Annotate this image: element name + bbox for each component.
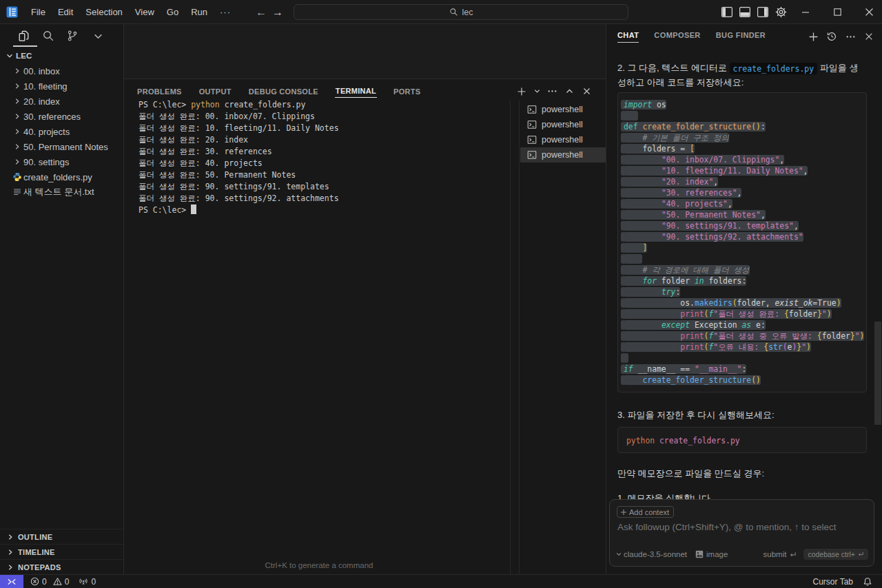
terminal-icon bbox=[527, 105, 537, 114]
panel-tab-terminal[interactable]: TERMINAL bbox=[335, 85, 377, 98]
code-token: if bbox=[624, 364, 633, 374]
terminal-session[interactable]: powershell bbox=[520, 117, 606, 132]
code-token: ) bbox=[837, 298, 841, 308]
chat-more-actions-icon[interactable] bbox=[844, 30, 857, 43]
toggle-panel-button[interactable] bbox=[736, 3, 754, 21]
menu-go[interactable]: Go bbox=[161, 4, 185, 21]
chevron-right-icon bbox=[6, 563, 15, 572]
code-token bbox=[624, 353, 628, 363]
add-context-button[interactable]: Add context bbox=[617, 506, 674, 518]
terminal-session-label: powershell bbox=[542, 150, 583, 160]
code-token: } bbox=[817, 309, 822, 319]
chat-scrollbar[interactable] bbox=[874, 322, 881, 425]
settings-gear-icon[interactable] bbox=[772, 3, 790, 21]
tree-item[interactable]: 40. projects bbox=[0, 124, 123, 139]
code-token bbox=[624, 320, 662, 330]
tree-item[interactable]: 10. fleeting bbox=[0, 78, 123, 94]
toggle-left-sidebar-button[interactable] bbox=[718, 3, 736, 21]
terminal-session[interactable]: powershell bbox=[520, 147, 606, 162]
code-token bbox=[624, 243, 642, 253]
cursor-tab-status[interactable]: Cursor Tab bbox=[813, 577, 853, 587]
menu-run[interactable]: Run bbox=[185, 4, 214, 21]
code-line: "00. inbox/07. Clippings", bbox=[624, 154, 866, 165]
panel-more-actions-icon[interactable] bbox=[545, 85, 559, 98]
toggle-right-sidebar-button[interactable] bbox=[754, 3, 772, 21]
menu-file[interactable]: File bbox=[25, 4, 52, 21]
tree-item[interactable]: 20. index bbox=[0, 94, 123, 109]
model-selector[interactable]: claude-3.5-sonnet bbox=[615, 550, 687, 558]
maximize-button[interactable] bbox=[827, 0, 848, 24]
panel-tab-ports[interactable]: PORTS bbox=[393, 85, 421, 98]
explorer-icon[interactable] bbox=[15, 28, 32, 44]
code-line: create_folder_structure() bbox=[624, 375, 866, 386]
terminal-line: 폴더 생성 완료: 30. references bbox=[139, 146, 504, 158]
panel-tab-output[interactable]: OUTPUT bbox=[198, 85, 232, 98]
command-center-search[interactable]: lec bbox=[294, 4, 628, 20]
chat-input-toolbar: claude-3.5-sonnet image submit codebase … bbox=[615, 548, 868, 560]
chat-code-block-shell[interactable]: python create_folders.py bbox=[617, 427, 867, 453]
bell-icon[interactable] bbox=[863, 577, 872, 587]
chat-code-block-python[interactable]: import os def create_folder_structure():… bbox=[617, 92, 867, 392]
maximize-panel-chevron-icon[interactable] bbox=[562, 85, 576, 98]
code-token: [ bbox=[690, 144, 695, 154]
codebase-button[interactable]: codebase ctrl+ bbox=[803, 549, 868, 560]
chat-tab-bug-finder[interactable]: BUG FINDER bbox=[716, 30, 766, 42]
panel-tab-debug-console[interactable]: DEBUG CONSOLE bbox=[248, 85, 319, 98]
terminal-output[interactable]: PS C:\lec> python create_folders.py폴더 생성… bbox=[139, 99, 504, 216]
menu-more[interactable]: ··· bbox=[214, 4, 237, 21]
panel-tab-problems[interactable]: PROBLEMS bbox=[136, 85, 183, 98]
chat-input-box[interactable]: Add context Ask followup (Ctrl+Shift+Y),… bbox=[609, 499, 874, 567]
new-terminal-button[interactable] bbox=[515, 85, 529, 98]
new-chat-button[interactable] bbox=[807, 30, 819, 43]
terminal-line: 폴더 생성 완료: 10. fleeting/11. Daily Notes bbox=[139, 123, 504, 134]
selection-highlight: "00. inbox/07. Clippings", bbox=[624, 155, 784, 165]
tree-item-label: 새 텍스트 문서.txt bbox=[23, 186, 94, 198]
nav-back-button[interactable]: ← bbox=[254, 5, 269, 20]
tree-root-row[interactable]: LEC bbox=[0, 48, 123, 63]
sidebar-section-label: OUTLINE bbox=[18, 533, 52, 541]
close-window-button[interactable] bbox=[859, 0, 879, 24]
sidebar-section-notepads[interactable]: NOTEPADS bbox=[0, 559, 123, 574]
terminal-prompt: PS C:\lec> bbox=[139, 100, 191, 109]
search-view-icon[interactable] bbox=[40, 28, 57, 44]
code-token: folders: bbox=[704, 276, 747, 286]
terminal-session[interactable]: powershell bbox=[520, 132, 606, 147]
selection-highlight: try: bbox=[624, 287, 680, 297]
terminal-session[interactable]: powershell bbox=[520, 102, 606, 117]
close-chat-icon[interactable] bbox=[863, 30, 875, 43]
problems-status[interactable]: 0 0 bbox=[30, 577, 69, 587]
menu-view[interactable]: View bbox=[129, 4, 161, 21]
tree-item[interactable]: 90. settings bbox=[0, 154, 123, 169]
menu-edit[interactable]: Edit bbox=[52, 4, 79, 21]
more-views-chevron-icon[interactable] bbox=[90, 28, 106, 44]
chat-paragraph-3: 만약 메모장으로 파일을 만드실 경우: bbox=[617, 467, 859, 481]
tree-item[interactable]: 새 텍스트 문서.txt bbox=[0, 185, 123, 200]
tree-item[interactable]: 50. Permanent Notes bbox=[0, 139, 123, 154]
submit-button[interactable]: submit bbox=[763, 550, 797, 558]
remote-indicator[interactable] bbox=[0, 575, 23, 588]
close-panel-icon[interactable] bbox=[580, 85, 593, 98]
tree-item-label: 90. settings bbox=[23, 157, 70, 167]
chat-tab-chat[interactable]: CHAT bbox=[617, 30, 639, 43]
sidebar-section-outline[interactable]: OUTLINE bbox=[0, 529, 123, 544]
chat-history-icon[interactable] bbox=[825, 30, 838, 43]
code-token: "폴더 생성 중 오류 발생: bbox=[713, 331, 817, 341]
selection-highlight: print(f"오류 내용: {str(e)}") bbox=[624, 342, 811, 352]
terminal-dropdown-chevron-icon[interactable] bbox=[532, 85, 542, 98]
code-line: print(f"오류 내용: {str(e)}") bbox=[624, 342, 866, 353]
tree-item[interactable]: 30. references bbox=[0, 109, 123, 124]
attach-image-button[interactable]: image bbox=[695, 550, 728, 558]
ports-status[interactable]: 0 bbox=[79, 577, 96, 587]
nav-forward-button[interactable]: → bbox=[270, 5, 285, 20]
tree-item[interactable]: 00. inbox bbox=[0, 63, 123, 78]
tree-item[interactable]: create_folders.py bbox=[0, 169, 123, 185]
code-token bbox=[624, 166, 662, 176]
chat-input-placeholder[interactable]: Ask followup (Ctrl+Shift+Y), @ to mentio… bbox=[617, 522, 837, 532]
source-control-icon[interactable] bbox=[64, 28, 81, 44]
menu-selection[interactable]: Selection bbox=[79, 4, 128, 21]
terminal-cursor bbox=[191, 204, 196, 214]
minimize-button[interactable] bbox=[795, 0, 816, 24]
sidebar-section-timeline[interactable]: TIMELINE bbox=[0, 544, 123, 559]
terminal-sash[interactable] bbox=[510, 101, 520, 575]
chat-tab-composer[interactable]: COMPOSER bbox=[654, 30, 700, 42]
